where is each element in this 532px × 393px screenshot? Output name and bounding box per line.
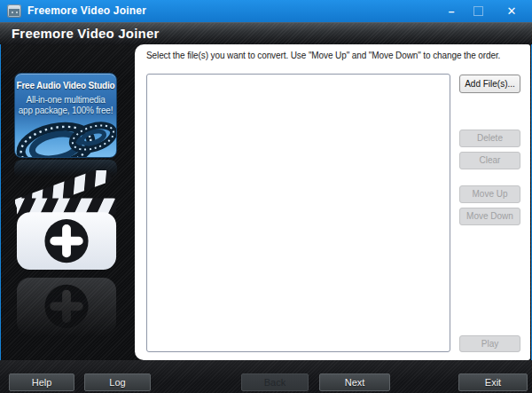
app-film-icon: [7, 4, 21, 18]
file-list[interactable]: [146, 74, 450, 352]
maximize-icon: [473, 6, 483, 16]
maximize-button: [465, 0, 491, 22]
help-button[interactable]: Help: [9, 373, 74, 391]
promo-banner[interactable]: Free Audio Video Studio All-in-one multi…: [14, 73, 117, 158]
page-title: Freemore Video Joiner: [12, 23, 159, 44]
play-button[interactable]: Play: [459, 335, 520, 352]
log-button[interactable]: Log: [84, 373, 151, 391]
exit-button[interactable]: Exit: [458, 373, 528, 391]
titlebar[interactable]: Freemore Video Joiner – ✕: [0, 0, 532, 22]
banner-title: Free Audio Video Studio: [15, 81, 116, 90]
clear-button[interactable]: Clear: [459, 152, 520, 169]
app-header: Freemore Video Joiner: [0, 22, 532, 44]
footer-bar: Help Log Back Next Exit: [0, 360, 532, 393]
main-panel: Select the file(s) you want to convert. …: [135, 44, 530, 360]
delete-button[interactable]: Delete: [459, 130, 520, 147]
minimize-button[interactable]: –: [438, 0, 465, 22]
clapperboard-add-icon: [15, 170, 120, 273]
film-reel-icon: [15, 111, 117, 158]
next-button[interactable]: Next: [319, 373, 390, 391]
close-button[interactable]: ✕: [498, 0, 525, 22]
move-down-button[interactable]: Move Down: [459, 208, 520, 225]
move-up-button[interactable]: Move Up: [459, 185, 520, 203]
add-files-button[interactable]: Add File(s)...: [459, 75, 520, 93]
instruction-text: Select the file(s) you want to convert. …: [146, 51, 500, 60]
app-window: Freemore Video Joiner – ✕ Freemore Video…: [0, 0, 532, 393]
window-title: Freemore Video Joiner: [27, 0, 146, 22]
back-button[interactable]: Back: [241, 373, 309, 391]
